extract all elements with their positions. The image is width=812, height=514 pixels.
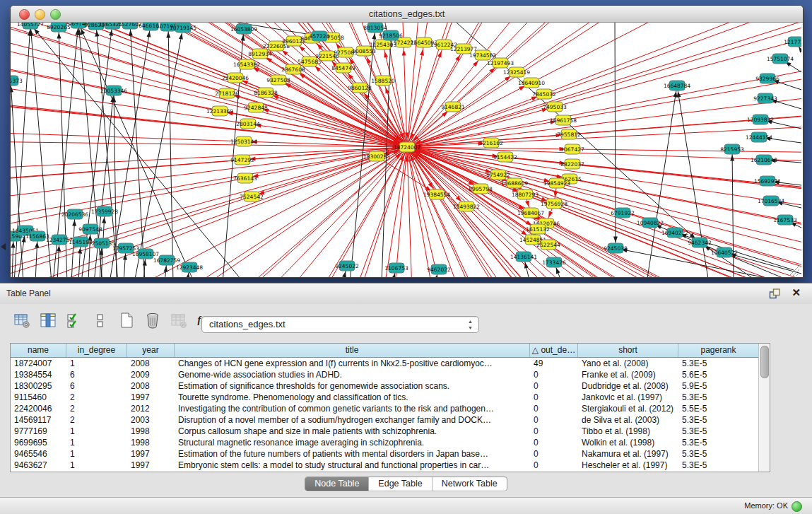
svg-text:6791922: 6791922 (611, 210, 635, 216)
column-header-out_de[interactable]: △ out_de… (530, 344, 578, 357)
svg-text:9245038: 9245038 (604, 245, 628, 252)
column-header-title[interactable]: title (175, 344, 530, 357)
tab-node-table[interactable]: Node Table (305, 477, 368, 491)
svg-text:1217722: 1217722 (784, 39, 801, 45)
table-cell: Tourette syndrome. Phenomenology and cla… (175, 392, 530, 403)
table-cell: 1 (66, 448, 127, 460)
table-cell: Tibbo et al. (1998) (578, 426, 678, 437)
select-column-icon[interactable] (39, 311, 57, 329)
table-cell: Hescheler et al. (1997) (578, 460, 678, 471)
column-header-name[interactable]: name (11, 344, 66, 357)
svg-text:1008553: 1008553 (352, 48, 376, 54)
svg-text:9860128: 9860128 (348, 85, 372, 91)
delete-table-icon[interactable] (170, 311, 188, 329)
svg-text:18807293: 18807293 (512, 192, 539, 198)
svg-text:2522544: 2522544 (536, 242, 560, 248)
column-header-year[interactable]: year (127, 344, 175, 357)
table-cell: Estimation of significance thresholds fo… (175, 380, 530, 392)
new-column-icon[interactable] (117, 311, 136, 329)
table-cell: 2008 (127, 358, 175, 369)
table-cell: 0 (530, 437, 578, 448)
svg-text:7955812: 7955812 (557, 132, 581, 138)
table-cell: Investigating the contribution of common… (175, 403, 530, 414)
table-row[interactable]: 977716911998Corpus callosum shape and si… (11, 426, 770, 437)
table-cell: 1 (66, 358, 127, 369)
table-cell: 0 (530, 403, 578, 414)
table-row[interactable]: 1938455462009Genome-wide association stu… (11, 369, 770, 380)
network-window-titlebar[interactable]: citations_edges.txt (11, 6, 803, 23)
table-cell: 9699695 (11, 437, 66, 448)
table-cell: Genome-wide association studies in ADHD. (175, 369, 530, 380)
svg-text:9754922: 9754922 (486, 172, 510, 178)
select-rows-icon[interactable] (65, 311, 83, 329)
svg-text:19384554: 19384554 (423, 192, 450, 198)
table-row[interactable]: 911546021997Tourette syndrome. Phenomeno… (11, 392, 770, 403)
svg-text:12213977: 12213977 (450, 46, 477, 52)
table-cell: Stergiakouli et al. (2012) (578, 403, 678, 414)
table-row[interactable]: 946362711997Embryonic stem cells: a mode… (11, 460, 770, 471)
svg-text:8912934: 8912934 (248, 51, 272, 57)
table-cell: 0 (530, 414, 578, 426)
tab-network-table[interactable]: Network Table (432, 477, 507, 491)
table-cell: 6 (66, 369, 127, 380)
table-cell: 2003 (127, 414, 175, 426)
svg-text:9154422: 9154422 (493, 154, 517, 160)
svg-text:9462342: 9462342 (688, 240, 712, 246)
svg-text:12325419: 12325419 (503, 69, 530, 76)
table-row[interactable]: 1456911722003Disruption of a novel membe… (11, 414, 770, 426)
table-cell: 5.5E-5 (678, 403, 759, 414)
tab-edge-table[interactable]: Edge Table (368, 477, 431, 491)
table-panel: f(x) citations_edges.txt ▲▼ namein_degre… (0, 304, 812, 497)
close-panel-icon[interactable]: ✕ (792, 286, 801, 299)
table-cell: 1997 (127, 460, 175, 471)
table-cell: 0 (530, 426, 578, 437)
svg-text:19756928: 19756928 (541, 201, 567, 207)
collapse-panel-arrow-icon[interactable] (1, 243, 6, 250)
svg-text:7524542: 7524542 (240, 194, 264, 200)
svg-text:9147292: 9147292 (230, 157, 254, 163)
svg-text:9329966: 9329966 (755, 76, 779, 82)
network-canvas[interactable]: 1221336927181262242004616543382891293422… (11, 23, 801, 277)
table-row[interactable]: 969969511998Structural magnetic resonanc… (11, 437, 770, 448)
table-cell: 5.9E-5 (678, 380, 759, 392)
table-cell: 0 (530, 392, 578, 403)
column-header-in_degree[interactable]: in_degree (66, 344, 127, 357)
svg-text:8215953: 8215953 (720, 146, 744, 153)
table-cell: de Silva et al. (2003) (578, 414, 678, 426)
svg-text:10688609: 10688609 (501, 180, 528, 187)
table-cell: 1 (66, 460, 127, 471)
svg-text:20206536: 20206536 (61, 211, 88, 218)
table-vertical-scrollbar[interactable] (758, 344, 770, 472)
table-cell: 1997 (127, 392, 175, 403)
svg-text:16648784: 16648784 (664, 83, 690, 89)
svg-text:19854923: 19854923 (543, 180, 570, 187)
table-row[interactable]: 946554611997Estimation of the future num… (11, 448, 770, 460)
svg-text:12444154: 12444154 (746, 134, 772, 141)
table-cell: 5.3E-5 (678, 414, 759, 426)
table-row[interactable]: 1830029562008Estimation of significance … (11, 380, 770, 392)
svg-text:9242848: 9242848 (244, 105, 268, 111)
scrollbar-thumb[interactable] (760, 346, 769, 378)
table-header-row: namein_degreeyeartitle△ out_de…shortpage… (11, 344, 770, 358)
table-cell: 1998 (127, 437, 175, 448)
svg-text:9245022: 9245022 (335, 263, 359, 269)
svg-text:9227343: 9227343 (753, 95, 777, 102)
table-row[interactable]: 2242004622012Investigating the contribut… (11, 403, 770, 414)
svg-text:8186328: 8186328 (254, 90, 278, 96)
svg-text:8822037: 8822037 (560, 161, 584, 168)
table-row[interactable]: 1872400712008Changes of HCN gene express… (11, 358, 770, 369)
column-header-short[interactable]: short (578, 344, 678, 357)
table-cell: 0 (530, 380, 578, 392)
svg-text:9218506: 9218506 (379, 33, 403, 39)
column-header-pagerank[interactable]: pagerank (678, 344, 759, 357)
svg-text:16053809: 16053809 (230, 26, 257, 33)
table-cell: Changes of HCN gene expression and I(f) … (175, 358, 530, 369)
table-options-icon[interactable] (13, 311, 31, 329)
table-cell: 2 (66, 403, 127, 414)
table-cell: 1998 (127, 426, 175, 437)
delete-column-icon[interactable] (143, 311, 162, 329)
toggle-rows-icon[interactable] (91, 311, 110, 329)
svg-text:9097548: 9097548 (78, 226, 102, 233)
float-panel-icon[interactable] (769, 288, 781, 300)
table-source-select[interactable]: citations_edges.txt ▲▼ (201, 316, 479, 333)
